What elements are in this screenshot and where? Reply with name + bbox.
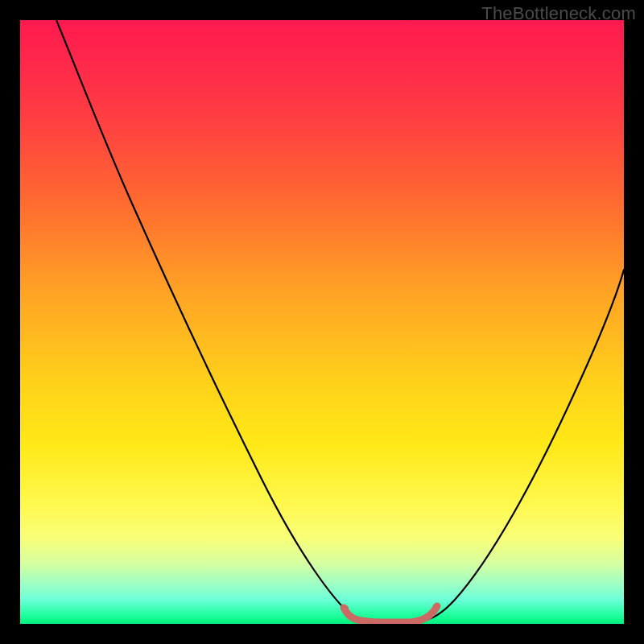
optimal-flat-segment-path	[344, 606, 437, 622]
plot-area	[20, 20, 624, 624]
chart-frame: TheBottleneck.com	[0, 0, 644, 644]
marker-dot	[342, 605, 349, 612]
bottleneck-curve-path	[56, 20, 624, 622]
bottleneck-curve-svg	[20, 20, 624, 624]
watermark-text: TheBottleneck.com	[481, 3, 636, 24]
marker-dot	[433, 604, 440, 610]
